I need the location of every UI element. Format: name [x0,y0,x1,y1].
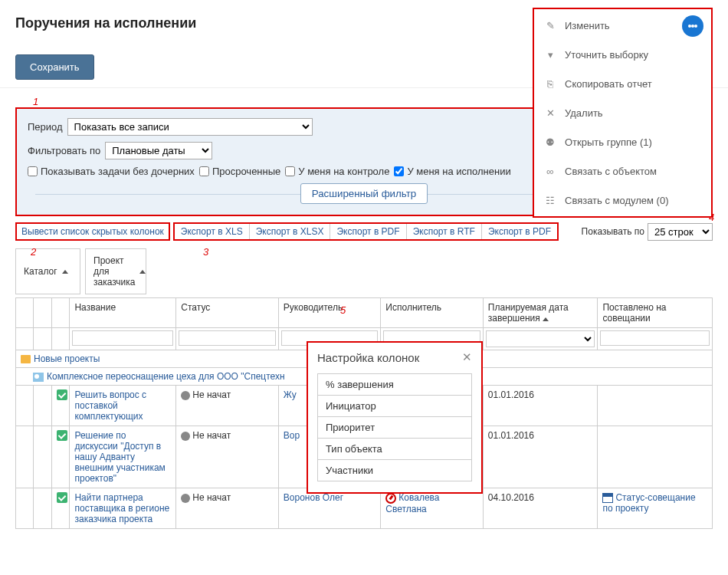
close-icon[interactable]: ✕ [462,350,472,364]
advanced-filter-button[interactable]: Расширенный фильтр [300,183,428,204]
column-option[interactable]: Приоритет [318,417,471,439]
check-icon [57,492,67,503]
column-option[interactable]: Тип объекта [318,439,471,460]
project-icon [33,373,44,382]
manager-link[interactable]: Жу [284,389,297,400]
export-pdf-2[interactable]: Экспорт в PDF [482,224,557,239]
col-executor[interactable]: Исполнитель [381,298,484,328]
col-name[interactable]: Название [70,298,176,328]
manager-link[interactable]: Воронов Олег [284,492,343,503]
funnel-icon: ▾ [543,48,557,61]
task-link[interactable]: Решение по дискуссии "Доступ в нашу Адва… [74,430,165,484]
more-actions-button[interactable] [682,15,703,37]
annotation-2: 2 [31,246,36,258]
task-link[interactable]: Найти партнера поставщика в регионе зака… [74,492,169,524]
export-xls[interactable]: Экспорт в XLS [175,224,250,239]
check-overdue[interactable] [199,166,209,176]
menu-open-group[interactable]: ⚉Открыть группе (1) [534,127,711,156]
column-settings-popup: Настройка колонок ✕ % завершения Инициат… [307,341,483,494]
annotation-3: 3 [203,246,208,258]
column-option[interactable]: % завершения [318,374,471,396]
table-row: Найти партнера поставщика в регионе зака… [16,488,713,529]
rows-select[interactable]: 25 строк [648,223,713,241]
check-icon [57,389,67,400]
col-manager[interactable]: Руководитель [278,298,381,328]
export-group: Экспорт в XLS Экспорт в XLSX Экспорт в P… [173,222,559,241]
period-select[interactable]: Показать все записи [67,118,313,136]
context-menu: ✎Изменить ▾Уточнить выборку ⎘Скопировать… [533,8,713,218]
sort-icon [543,317,549,321]
annotation-5: 5 [340,304,346,316]
avatar-icon [385,493,396,504]
menu-copy[interactable]: ⎘Скопировать отчет [534,69,711,98]
col-status[interactable]: Статус [176,298,279,328]
column-option[interactable]: Участники [318,460,471,481]
export-rtf[interactable]: Экспорт в RTF [407,224,482,239]
col-meeting[interactable]: Поставлено на совещании [598,298,713,328]
filter-status[interactable] [179,330,276,346]
export-xlsx[interactable]: Экспорт в XLSX [250,224,331,239]
check-icon [57,430,67,441]
sort-icon [62,270,68,274]
x-icon: ✕ [543,106,557,120]
check-on-execution[interactable] [394,166,404,176]
module-icon: ☷ [543,193,557,207]
status-icon [181,391,190,400]
rows-label: Показывать по [582,226,644,237]
save-button[interactable]: Сохранить [15,54,94,80]
menu-link-object[interactable]: ∞Связать с объектом [534,156,711,186]
folder-icon [21,355,31,363]
filterby-label: Фильтровать по [28,145,100,156]
filter-name[interactable] [72,330,173,346]
group-header-project[interactable]: Проект для заказчика [85,248,146,294]
sort-icon [139,270,146,274]
meeting-link[interactable]: Статус-совещание по проекту [602,492,695,514]
toolbar: Вывести список скрытых колонок Экспорт в… [15,222,713,241]
group-header-catalog[interactable]: Каталог [15,248,80,294]
group-icon: ⚉ [543,135,557,149]
task-link[interactable]: Решить вопрос с поставкой комплектующих [74,389,146,422]
status-icon [181,494,190,503]
filter-date[interactable] [486,330,595,347]
menu-delete[interactable]: ✕Удалить [534,98,711,127]
annotation-1: 1 [33,96,38,107]
status-icon [181,432,190,441]
pencil-icon: ✎ [543,18,557,32]
manager-link[interactable]: Вор [284,430,300,441]
check-no-children[interactable] [28,166,38,176]
calendar-icon [602,493,613,503]
period-label: Период [28,121,63,133]
check-on-control[interactable] [285,166,295,176]
filter-meeting[interactable] [600,330,710,346]
column-option[interactable]: Инициатор [318,396,471,417]
menu-refine[interactable]: ▾Уточнить выборку [534,40,711,69]
link-icon: ∞ [543,164,557,178]
header-row: Название Статус Руководитель Исполнитель… [16,298,713,328]
menu-link-module[interactable]: ☷Связать с модулем (0) [534,186,711,215]
copy-icon: ⎘ [543,77,557,90]
export-pdf[interactable]: Экспорт в PDF [330,224,406,239]
column-popup-title: Настройка колонок [317,351,419,364]
filterby-select[interactable]: Плановые даты [105,142,212,159]
hidden-columns-button[interactable]: Вывести список скрытых колонок [15,222,170,241]
col-date[interactable]: Планируемая дата завершения [483,298,598,328]
